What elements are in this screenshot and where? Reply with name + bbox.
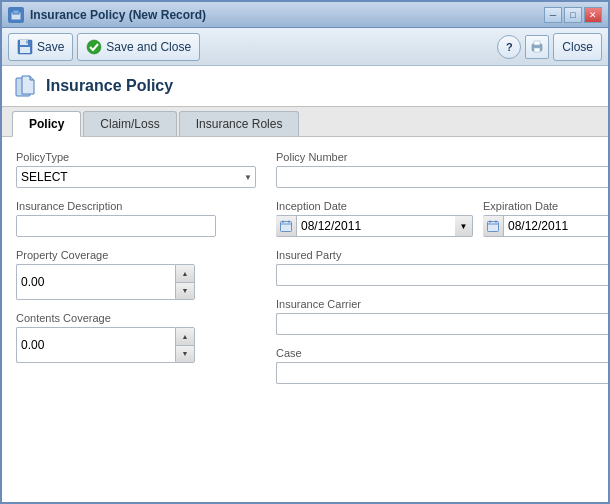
page-icon [14,74,38,98]
property-coverage-down[interactable]: ▼ [176,283,194,300]
title-bar-left: Insurance Policy (New Record) [8,7,206,23]
close-label: Close [562,40,593,54]
insured-party-label: Insured Party [276,249,608,261]
save-and-close-icon [86,39,102,55]
contents-coverage-input[interactable] [16,327,175,363]
case-field: Case ✕ ▶ [276,347,608,384]
expiration-date-field: Expiration Date ▼ [483,200,608,237]
minimize-button[interactable]: ─ [544,7,562,23]
policy-type-label: PolicyType [16,151,256,163]
contents-coverage-spinner: ▲ ▼ [16,327,156,363]
insurance-carrier-field: Insurance Carrier ✕ ✚ [276,298,608,335]
window-close-button[interactable]: ✕ [584,7,602,23]
expiration-date-label: Expiration Date [483,200,608,212]
save-icon [17,39,33,55]
inception-date-calendar-icon[interactable] [276,215,296,237]
property-coverage-field: Property Coverage ▲ ▼ [16,249,256,300]
inception-date-input[interactable] [296,215,455,237]
insurance-description-label: Insurance Description [16,200,256,212]
case-input[interactable] [276,362,608,384]
contents-coverage-spinners: ▲ ▼ [175,327,195,363]
tab-bar: Policy Claim/Loss Insurance Roles [2,107,608,137]
svg-rect-11 [281,222,292,232]
window-title: Insurance Policy (New Record) [30,8,206,22]
inception-date-label: Inception Date [276,200,473,212]
property-coverage-input[interactable] [16,264,175,300]
inception-date-wrapper: ▼ [276,215,473,237]
window-controls: ─ □ ✕ [544,7,602,23]
maximize-button[interactable]: □ [564,7,582,23]
save-and-close-button[interactable]: Save and Close [77,33,200,61]
form-left: PolicyType SELECT Auto Home Life Health … [16,151,256,493]
contents-coverage-up[interactable]: ▲ [176,328,194,346]
case-lookup: ✕ ▶ [276,362,608,384]
save-and-close-label: Save and Close [106,40,191,54]
insured-party-input[interactable] [276,264,608,286]
insurance-carrier-lookup: ✕ ✚ [276,313,608,335]
expiration-date-calendar-icon[interactable] [483,215,503,237]
save-button[interactable]: Save [8,33,73,61]
insurance-carrier-input[interactable] [276,313,608,335]
main-window: Insurance Policy (New Record) ─ □ ✕ Save [0,0,610,504]
policy-number-label: Policy Number [276,151,608,163]
close-button[interactable]: Close [553,33,602,61]
property-coverage-label: Property Coverage [16,249,256,261]
property-coverage-spinner: ▲ ▼ [16,264,156,300]
contents-coverage-field: Contents Coverage ▲ ▼ [16,312,256,363]
save-label: Save [37,40,64,54]
insurance-carrier-label: Insurance Carrier [276,298,608,310]
contents-coverage-label: Contents Coverage [16,312,256,324]
help-button[interactable]: ? [497,35,521,59]
svg-rect-8 [534,41,540,45]
insured-party-lookup: ✕ ✚ [276,264,608,286]
policy-number-field: Policy Number [276,151,608,188]
policy-number-input[interactable] [276,166,608,188]
property-coverage-spinners: ▲ ▼ [175,264,195,300]
form-area: PolicyType SELECT Auto Home Life Health … [2,137,608,502]
policy-type-select[interactable]: SELECT Auto Home Life Health [16,166,256,188]
property-coverage-up[interactable]: ▲ [176,265,194,283]
inception-date-dropdown[interactable]: ▼ [455,215,473,237]
insured-party-field: Insured Party ✕ ✚ [276,249,608,286]
form-right: Policy Number Inception Date [276,151,608,493]
date-row: Inception Date ▼ [276,200,608,237]
policy-type-field: PolicyType SELECT Auto Home Life Health [16,151,256,188]
contents-coverage-down[interactable]: ▼ [176,346,194,363]
svg-rect-15 [488,222,499,232]
policy-type-select-wrapper: SELECT Auto Home Life Health [16,166,256,188]
svg-point-6 [87,40,101,54]
svg-rect-4 [20,47,30,53]
insurance-description-field: Insurance Description [16,200,256,237]
expiration-date-wrapper: ▼ [483,215,608,237]
expiration-date-input[interactable] [503,215,608,237]
inception-date-field: Inception Date ▼ [276,200,473,237]
content-area: Insurance Policy Policy Claim/Loss Insur… [2,66,608,502]
svg-rect-1 [13,10,19,14]
tab-insurance-roles[interactable]: Insurance Roles [179,111,300,136]
svg-rect-9 [534,48,540,52]
title-bar: Insurance Policy (New Record) ─ □ ✕ [2,2,608,28]
page-header: Insurance Policy [2,66,608,107]
window-icon [8,7,24,23]
case-label: Case [276,347,608,359]
insurance-description-input[interactable] [16,215,216,237]
help-icons: ? Close [497,33,602,61]
page-title: Insurance Policy [46,77,173,95]
toolbar: Save Save and Close ? Close [2,28,608,66]
svg-rect-5 [26,40,28,43]
tab-claim-loss[interactable]: Claim/Loss [83,111,176,136]
print-button[interactable] [525,35,549,59]
tab-policy[interactable]: Policy [12,111,81,137]
